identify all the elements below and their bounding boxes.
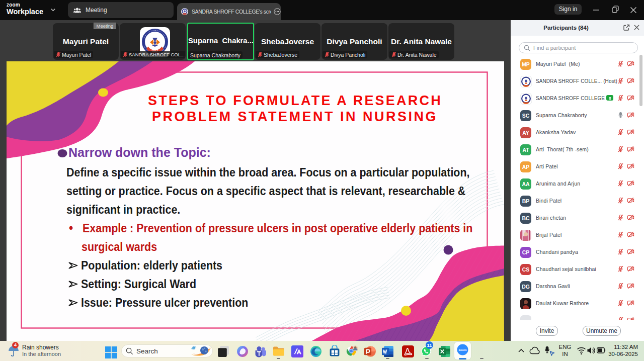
svg-text:zoom: zoom (458, 348, 467, 351)
